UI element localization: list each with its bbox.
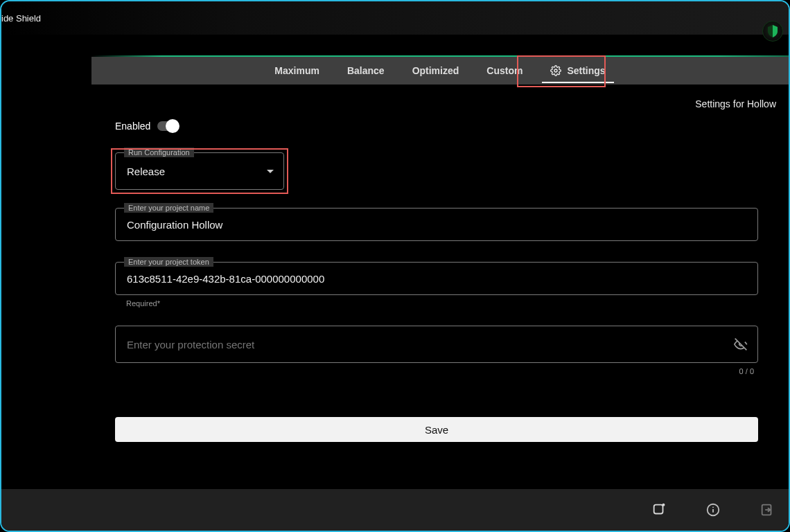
tab-custom[interactable]: Custom [473, 57, 536, 85]
tab-maximum[interactable]: Maximum [261, 57, 333, 85]
window-title: ide Shield [1, 13, 41, 24]
enabled-row: Enabled [115, 121, 758, 132]
app-window: ide Shield Maximum Balance Optimized Cus… [0, 0, 790, 532]
project-token-input[interactable] [116, 263, 757, 294]
tab-settings[interactable]: Settings [536, 57, 619, 85]
svg-rect-2 [654, 505, 663, 514]
tab-label: Optimized [412, 65, 459, 76]
settings-form: Enabled Run Configuration Release Enter … [115, 121, 758, 442]
chevron-down-icon [257, 170, 283, 173]
open-external-icon[interactable] [651, 502, 667, 517]
tab-balance[interactable]: Balance [333, 57, 398, 85]
visibility-off-icon[interactable] [724, 337, 757, 351]
project-token-field[interactable]: Enter your project token [115, 262, 758, 295]
bottom-bar [1, 489, 789, 531]
svg-point-6 [712, 506, 714, 508]
gear-icon [550, 65, 561, 76]
toggle-knob [166, 119, 179, 133]
page-subtitle: Settings for Hollow [695, 98, 776, 109]
tab-label: Custom [486, 65, 523, 76]
protection-secret-field[interactable] [115, 326, 758, 363]
protection-secret-counter: 0 / 0 [115, 367, 754, 375]
enabled-label: Enabled [115, 121, 150, 132]
run-configuration-select[interactable]: Run Configuration Release [115, 152, 284, 190]
exit-icon[interactable] [760, 502, 775, 517]
project-name-input[interactable] [116, 209, 757, 240]
shield-badge-icon [762, 21, 783, 42]
project-name-field[interactable]: Enter your project name [115, 208, 758, 241]
project-token-helper: Required* [126, 299, 758, 308]
run-configuration-label: Run Configuration [124, 148, 194, 157]
run-configuration-value: Release [116, 156, 257, 187]
tab-label: Balance [347, 65, 385, 76]
enabled-toggle[interactable] [157, 121, 178, 131]
tab-label: Maximum [274, 65, 319, 76]
protection-secret-input[interactable] [116, 329, 724, 360]
tab-label: Settings [567, 65, 605, 76]
svg-point-0 [554, 69, 557, 72]
save-button[interactable]: Save [115, 417, 758, 442]
svg-point-3 [662, 504, 665, 506]
tab-bar: Maximum Balance Optimized Custom Setting… [91, 57, 789, 85]
project-name-label: Enter your project name [124, 203, 213, 213]
run-configuration-wrap: Run Configuration Release [115, 152, 284, 190]
title-bar: ide Shield [1, 1, 789, 35]
info-icon[interactable] [705, 502, 721, 517]
tab-optimized[interactable]: Optimized [398, 57, 473, 85]
project-token-label: Enter your project token [124, 257, 213, 267]
